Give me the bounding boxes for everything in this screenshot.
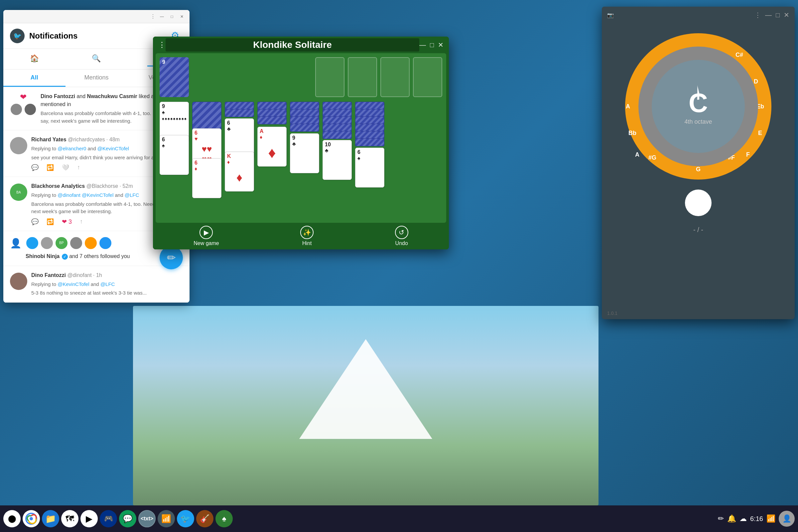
taskbar-time: 6:16 bbox=[750, 515, 763, 523]
face-up-card-9c[interactable]: 9♣ bbox=[290, 133, 319, 173]
taskbar-guitar[interactable]: 🎸 bbox=[196, 510, 213, 527]
new-game-button[interactable]: ▶ New game bbox=[193, 226, 219, 246]
link-kevinctofel3[interactable]: @KevinCTofel bbox=[58, 281, 89, 287]
face-up-card-kd[interactable]: K♦ ♦ bbox=[225, 152, 254, 191]
face-up-card-6d[interactable]: 6♦ bbox=[192, 158, 222, 198]
undo-button[interactable]: ↺ Undo bbox=[395, 226, 408, 246]
card-6-diamonds[interactable]: 6♦ bbox=[192, 158, 222, 198]
taskbar-text[interactable]: <txt> bbox=[138, 510, 156, 527]
maps-icon: 🗺 bbox=[65, 514, 74, 524]
link-elrancher[interactable]: @elrancher0 bbox=[58, 146, 86, 151]
face-up-card-10c[interactable]: 10♣ bbox=[323, 140, 352, 180]
card-9-clubs[interactable]: 9♣ bbox=[290, 133, 319, 173]
compose-button[interactable]: ✏ bbox=[159, 246, 183, 269]
close-sol-button[interactable]: ✕ bbox=[438, 41, 443, 49]
avatar-dino bbox=[10, 273, 27, 290]
card-6-spades[interactable]: 6♠ bbox=[159, 135, 189, 175]
play-circle-icon: ▶ bbox=[204, 228, 209, 236]
taskbar-spades[interactable]: ♠ bbox=[215, 510, 233, 527]
face-up-card-ad[interactable]: A♦ ♦ bbox=[258, 127, 287, 167]
like-action-2[interactable]: ❤ 3 bbox=[62, 218, 72, 225]
notif-reply3-replying: Replying to @KevinCTofel and @LFC bbox=[31, 281, 183, 288]
link-kevinctofel[interactable]: @KevinCTofel bbox=[97, 146, 129, 151]
more-icon[interactable]: ⋮ bbox=[150, 13, 156, 20]
tuner-maximize-button[interactable]: □ bbox=[776, 11, 780, 19]
new-game-icon: ▶ bbox=[200, 226, 213, 239]
link-dinofant[interactable]: @dinofant bbox=[58, 192, 80, 198]
face-up-card-6s[interactable]: 6♠ bbox=[159, 135, 189, 175]
share-action-2[interactable]: ↑ bbox=[80, 218, 83, 225]
tableau-col-2: 6♣ K♦ ♦ bbox=[225, 102, 254, 202]
foundation-3[interactable] bbox=[380, 57, 410, 97]
minimize-sol-button[interactable]: — bbox=[419, 41, 426, 49]
taskbar-twitter[interactable]: 🐦 bbox=[177, 510, 194, 527]
maximize-button[interactable]: □ bbox=[168, 13, 175, 20]
tableau-col-1: 6♥ ♥♥♥♥ 6♦ bbox=[192, 102, 222, 195]
reply-action[interactable]: 💬 bbox=[31, 164, 39, 171]
pencil-icon[interactable]: ✏ bbox=[718, 514, 724, 523]
tab-all[interactable]: All bbox=[3, 70, 65, 87]
tuner-minimize-button[interactable]: — bbox=[765, 11, 772, 19]
link-lfc[interactable]: @LFC bbox=[125, 192, 139, 198]
retweet-action-2[interactable]: 🔁 bbox=[46, 218, 54, 225]
menu-dots-icon[interactable]: ⋮ bbox=[158, 41, 166, 49]
foundation-4[interactable] bbox=[413, 57, 442, 97]
page-title: Notifications bbox=[29, 31, 77, 41]
taskbar-playstation[interactable]: 🎮 bbox=[100, 510, 117, 527]
link-lfc2[interactable]: @LFC bbox=[100, 281, 115, 287]
tuner-window: 📷 ⋮ — □ ✕ B C# D Eb E F #F G #G A Bb A bbox=[602, 7, 795, 319]
hint-button[interactable]: ✨ Hint bbox=[300, 226, 314, 246]
like-action[interactable]: 🤍 bbox=[62, 164, 69, 171]
notif-user1: Dino Fantozzi bbox=[41, 93, 75, 99]
home-icon: 🏠 bbox=[30, 54, 39, 63]
link-kevinctofel2[interactable]: @KevinCTofel bbox=[82, 192, 113, 198]
fd-6-6 bbox=[355, 138, 384, 146]
card-k-diamonds[interactable]: K♦ ♦ bbox=[225, 152, 254, 191]
new-game-label: New game bbox=[193, 241, 219, 246]
retweet-action[interactable]: 🔁 bbox=[46, 164, 54, 171]
card-deck[interactable]: 9 bbox=[159, 57, 189, 97]
fd-6-2 bbox=[355, 109, 384, 117]
solitaire-window: ⋮ Klondike Solitaire — □ ✕ 9 bbox=[153, 37, 449, 249]
tuner-close-button[interactable]: ✕ bbox=[784, 11, 790, 19]
fd-3-3 bbox=[258, 116, 287, 125]
maximize-sol-button[interactable]: □ bbox=[430, 41, 434, 49]
tab-mentions[interactable]: Mentions bbox=[65, 70, 128, 87]
nav-search[interactable]: 🔍 bbox=[85, 52, 108, 66]
card-a-diamonds[interactable]: A♦ ♦ bbox=[258, 127, 287, 167]
taskbar-hangouts[interactable]: 💬 bbox=[119, 510, 136, 527]
tuner-ball[interactable] bbox=[685, 190, 711, 216]
reply-action-2[interactable]: 💬 bbox=[31, 218, 39, 225]
window-controls: — □ ✕ bbox=[419, 41, 443, 49]
taskbar-files[interactable]: 📁 bbox=[42, 510, 59, 527]
card-10-clubs[interactable]: 10♣ bbox=[323, 140, 352, 180]
card-6-spades-2[interactable]: 6♠ bbox=[355, 148, 384, 188]
foundation-1[interactable] bbox=[315, 57, 344, 97]
fd-3-1 bbox=[258, 102, 287, 110]
taskbar-user-avatar[interactable]: 👤 bbox=[779, 511, 795, 527]
camera-icon: 📷 bbox=[607, 12, 614, 18]
close-button[interactable]: ✕ bbox=[178, 13, 186, 20]
taskbar-launcher[interactable]: ⬤ bbox=[3, 510, 21, 527]
taskbar: ⬤ 📁 🗺 ▶ 🎮 💬 <txt> 📶 🐦 bbox=[0, 506, 798, 532]
taskbar-maps[interactable]: 🗺 bbox=[61, 510, 78, 527]
foundation-2[interactable] bbox=[348, 57, 377, 97]
taskbar-play[interactable]: ▶ bbox=[80, 510, 98, 527]
follower-avatar-4 bbox=[70, 236, 83, 250]
notification-icon[interactable]: 🔔 bbox=[727, 514, 736, 523]
follower-avatar-2 bbox=[40, 236, 54, 250]
card-rank-top: 6♥ bbox=[194, 130, 219, 141]
face-up-card-6s2[interactable]: 6♠ bbox=[355, 148, 384, 188]
person-icon: 👤 bbox=[10, 238, 22, 249]
taskbar-wifi[interactable]: 📶 bbox=[158, 510, 175, 527]
network-status-icon[interactable]: 📶 bbox=[766, 514, 775, 523]
notif-shinobi-name: Shinobi Ninja bbox=[25, 253, 59, 259]
card-suit: ♦ bbox=[227, 165, 252, 190]
share-action[interactable]: ↑ bbox=[77, 164, 80, 171]
taskbar-chrome[interactable] bbox=[23, 510, 40, 527]
cloud-icon[interactable]: ☁ bbox=[740, 514, 747, 523]
fd-6-3 bbox=[355, 116, 384, 125]
tuner-menu-icon[interactable]: ⋮ bbox=[755, 11, 761, 19]
nav-home[interactable]: 🏠 bbox=[23, 52, 45, 66]
minimize-button[interactable]: — bbox=[158, 13, 166, 20]
